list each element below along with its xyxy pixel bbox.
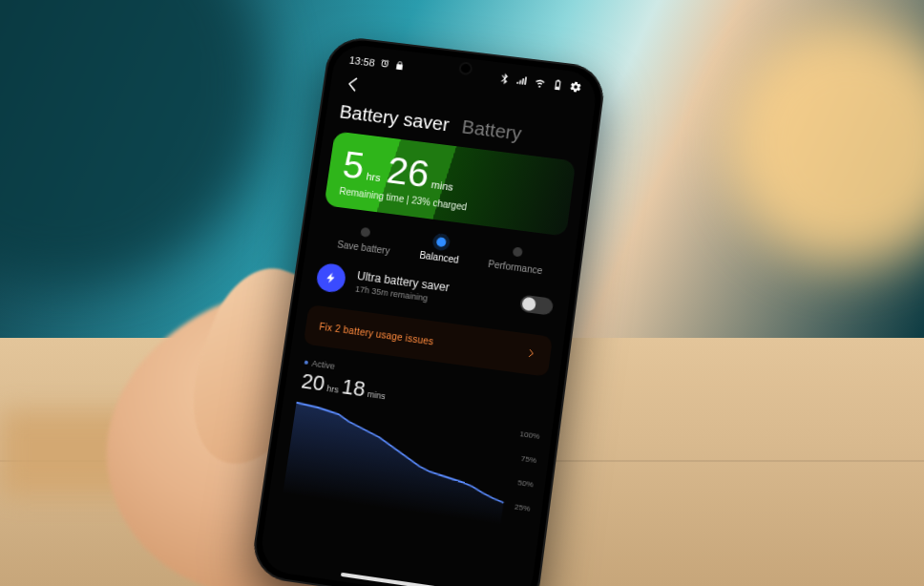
remaining-mins-unit: mins xyxy=(429,178,458,197)
mode-performance[interactable]: Performance xyxy=(476,242,556,278)
svg-rect-0 xyxy=(556,87,558,89)
active-hours: 20 xyxy=(300,368,326,396)
clock-text: 13:58 xyxy=(348,54,375,69)
bluetooth-icon xyxy=(497,72,511,85)
signal-icon xyxy=(515,73,529,87)
back-button[interactable] xyxy=(342,74,364,98)
gear-icon[interactable] xyxy=(569,80,582,94)
phone-screen: 13:58 Battery saver Battery 5 hr xyxy=(258,43,598,586)
mode-save-battery[interactable]: Save battery xyxy=(326,222,405,257)
active-mins-unit: mins xyxy=(367,389,387,404)
ultra-toggle[interactable] xyxy=(519,295,554,316)
battery-icon xyxy=(551,78,564,92)
active-mins: 18 xyxy=(340,374,367,402)
lock-icon xyxy=(393,60,405,72)
remaining-hours-unit: hrs xyxy=(363,170,385,187)
mode-balanced[interactable]: Balanced xyxy=(401,233,480,268)
remaining-mins: 26 xyxy=(385,151,431,193)
chevron-right-icon xyxy=(524,345,537,363)
fix-issues-text: Fix 2 battery usage issues xyxy=(319,321,434,346)
tab-battery[interactable]: Battery xyxy=(461,116,523,145)
remaining-hours: 5 xyxy=(341,145,367,184)
active-hours-unit: hrs xyxy=(326,384,339,397)
nav-pill[interactable] xyxy=(341,573,447,586)
wifi-icon xyxy=(534,76,547,90)
bolt-icon xyxy=(315,262,347,294)
alarm-icon xyxy=(379,58,390,70)
